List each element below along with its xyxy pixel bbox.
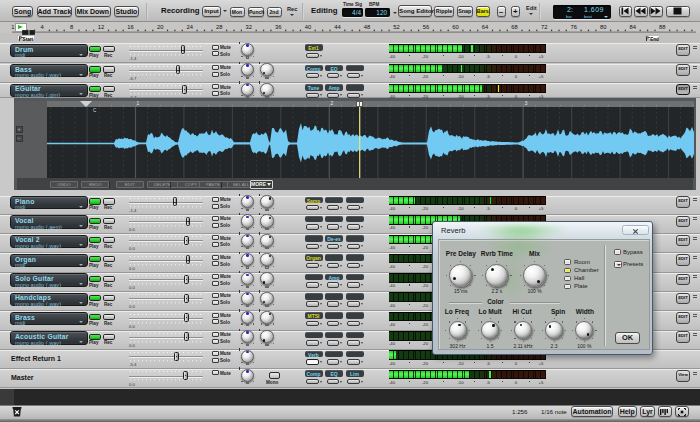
svg-text:44: 44 [334,24,341,30]
svg-text:8: 8 [70,24,73,30]
svg-text:36: 36 [275,24,281,30]
svg-text:16: 16 [127,24,133,30]
svg-text:24: 24 [186,24,193,30]
svg-text:20: 20 [157,24,163,30]
svg-text:68: 68 [511,24,517,30]
svg-text:84: 84 [630,24,637,30]
svg-text:80: 80 [600,24,606,30]
svg-text:28: 28 [216,24,222,30]
svg-text:52: 52 [393,24,399,30]
svg-text:48: 48 [364,24,370,30]
svg-text:76: 76 [570,24,576,30]
svg-text:40: 40 [305,24,311,30]
svg-text:12: 12 [98,24,104,30]
svg-text:64: 64 [482,24,489,30]
svg-text:72: 72 [541,24,547,30]
svg-text:60: 60 [452,24,458,30]
svg-text:56: 56 [423,24,429,30]
svg-text:32: 32 [246,24,252,30]
svg-text:88: 88 [659,24,665,30]
